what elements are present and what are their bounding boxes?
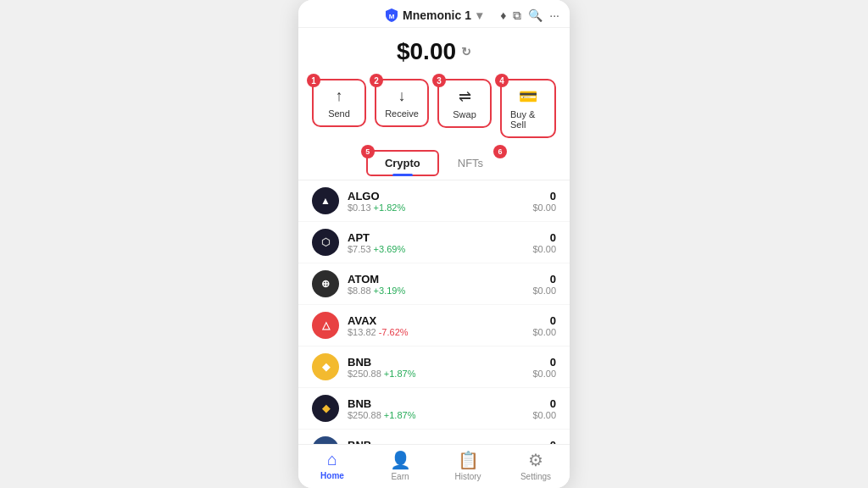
bnb1-info: BNB $250.88 +1.87% — [348, 356, 532, 379]
bnb2-icon: ◆ — [312, 395, 339, 422]
tab-crypto[interactable]: 5 Crypto — [366, 150, 439, 176]
refresh-icon[interactable]: ↻ — [461, 45, 471, 58]
avax-balance: 0 $0.00 — [532, 314, 556, 337]
buysell-label: Buy & Sell — [510, 109, 546, 130]
receive-label: Receive — [385, 108, 419, 119]
algo-change: +1.82% — [374, 202, 406, 213]
crypto-list: ▲ ALGO $0.13 +1.82% 0 $0.00 ⬡ APT $7.53 … — [298, 180, 570, 444]
history-icon: 📋 — [458, 450, 479, 470]
settings-label: Settings — [520, 472, 551, 481]
swap-button[interactable]: ⇌ Swap — [437, 79, 492, 128]
eth-icon[interactable]: ♦ — [500, 8, 506, 22]
nav-settings[interactable]: ⚙ Settings — [502, 450, 570, 481]
bnb2-info: BNB $250.88 +1.87% — [348, 397, 532, 420]
balance-display: $0.00 ↻ — [298, 38, 570, 65]
avax-name: AVAX — [348, 314, 532, 327]
nav-home[interactable]: ⌂ Home — [298, 450, 366, 481]
list-item[interactable]: ⬡ APT $7.53 +3.69% 0 $0.00 — [298, 222, 570, 263]
atom-icon: ⊕ — [312, 270, 339, 297]
header-icons: ♦ ⧉ 🔍 ··· — [500, 8, 559, 23]
list-item[interactable]: ⊕ ATOM $8.88 +3.19% 0 $0.00 — [298, 263, 570, 305]
search-icon[interactable]: 🔍 — [528, 8, 542, 22]
avax-icon: △ — [312, 312, 339, 339]
atom-info: ATOM $8.88 +3.19% — [348, 273, 532, 296]
algo-price: $0.13 +1.82% — [348, 202, 532, 213]
balance-section: $0.00 ↻ — [298, 28, 570, 72]
history-label: History — [454, 472, 481, 481]
atom-price: $8.88 +3.19% — [348, 286, 532, 296]
tab-number-6: 6 — [493, 145, 507, 158]
tabs-row: 5 Crypto 6 NFTs — [298, 147, 570, 180]
tab-nfts[interactable]: 6 NFTs — [439, 150, 502, 176]
home-label: Home — [320, 471, 344, 480]
receive-button[interactable]: ↓ Receive — [375, 79, 429, 127]
swap-icon: ⇌ — [459, 87, 471, 106]
bnb1-balance: 0 $0.00 — [532, 356, 556, 379]
nfts-tab-label: NFTs — [458, 157, 483, 169]
svg-text:M: M — [389, 13, 395, 20]
crypto-tab-label: Crypto — [385, 157, 420, 169]
bnb1-icon: ◆ — [312, 353, 339, 380]
algo-info: ALGO $0.13 +1.82% — [348, 190, 532, 213]
bnb2-change: +1.87% — [384, 410, 416, 420]
receive-btn-wrap: 2 ↓ Receive — [375, 79, 429, 138]
action-number-2: 2 — [370, 74, 383, 87]
bnb2-balance: 0 $0.00 — [532, 397, 556, 420]
wallet-name: Mnemonic 1 — [403, 8, 471, 22]
bnb1-change: +1.87% — [384, 369, 416, 379]
settings-icon: ⚙ — [528, 450, 543, 470]
apt-name: APT — [348, 231, 532, 244]
apt-change: +3.69% — [374, 244, 406, 254]
send-button[interactable]: ↑ Send — [312, 79, 366, 127]
list-item[interactable]: ▲ ALGO $0.13 +1.82% 0 $0.00 — [298, 180, 570, 222]
bottom-nav: ⌂ Home 👤 Earn 📋 History ⚙ Settings — [298, 444, 570, 488]
send-btn-wrap: 1 ↑ Send — [312, 79, 366, 138]
phone-container: M Mnemonic 1 ▾ ♦ ⧉ 🔍 ··· $0.00 ↻ 1 ↑ Sen… — [298, 0, 570, 488]
action-number-1: 1 — [307, 74, 320, 87]
bnb1-name: BNB — [348, 356, 532, 369]
buysell-icon: 💳 — [519, 87, 537, 106]
bnb1-price: $250.88 +1.87% — [348, 369, 532, 379]
balance-value: $0.00 — [397, 38, 456, 65]
dropdown-icon[interactable]: ▾ — [476, 8, 482, 22]
send-icon: ↑ — [336, 87, 343, 105]
apt-balance: 0 $0.00 — [532, 231, 556, 254]
swap-btn-wrap: 3 ⇌ Swap — [437, 79, 492, 138]
list-item[interactable]: ◆ BNB $250.88 +1.87% 0 $0.00 — [298, 388, 570, 430]
apt-icon: ⬡ — [312, 229, 339, 256]
header-title: M Mnemonic 1 ▾ — [386, 8, 482, 22]
buysell-button[interactable]: 💳 Buy & Sell — [500, 79, 556, 138]
header: M Mnemonic 1 ▾ ♦ ⧉ 🔍 ··· — [298, 0, 570, 28]
algo-icon: ▲ — [312, 187, 339, 214]
home-icon: ⌂ — [327, 450, 337, 469]
earn-label: Earn — [391, 472, 409, 481]
avax-info: AVAX $13.82 -7.62% — [348, 314, 532, 337]
bnb2-price: $250.88 +1.87% — [348, 410, 532, 420]
atom-name: ATOM — [348, 273, 532, 286]
nav-earn[interactable]: 👤 Earn — [366, 450, 434, 481]
avax-price: $13.82 -7.62% — [348, 327, 532, 337]
action-number-4: 4 — [495, 74, 509, 87]
list-item[interactable]: ◆ BNB $250.88 +1.87% 0 $0.00 — [298, 430, 570, 444]
receive-icon: ↓ — [398, 87, 406, 105]
apt-price: $7.53 +3.69% — [348, 244, 532, 254]
bnb2-name: BNB — [348, 397, 532, 410]
algo-name: ALGO — [348, 190, 532, 202]
more-icon[interactable]: ··· — [549, 8, 559, 22]
list-item[interactable]: △ AVAX $13.82 -7.62% 0 $0.00 — [298, 305, 570, 347]
shield-icon: M — [386, 8, 398, 22]
nav-history[interactable]: 📋 History — [434, 450, 502, 481]
algo-balance: 0 $0.00 — [532, 190, 556, 213]
actions-row: 1 ↑ Send 2 ↓ Receive 3 ⇌ Swap 4 💳 Buy — [298, 72, 570, 147]
bnb3-icon: ◆ — [312, 436, 339, 444]
avax-change: -7.62% — [379, 327, 409, 337]
action-number-3: 3 — [432, 74, 446, 87]
swap-label: Swap — [453, 109, 476, 119]
atom-change: +3.19% — [374, 286, 406, 296]
copy-icon[interactable]: ⧉ — [513, 8, 521, 23]
apt-info: APT $7.53 +3.69% — [348, 231, 532, 254]
atom-balance: 0 $0.00 — [532, 273, 556, 296]
buysell-btn-wrap: 4 💳 Buy & Sell — [500, 79, 556, 138]
earn-icon: 👤 — [390, 450, 411, 470]
list-item[interactable]: ◆ BNB $250.88 +1.87% 0 $0.00 — [298, 347, 570, 388]
